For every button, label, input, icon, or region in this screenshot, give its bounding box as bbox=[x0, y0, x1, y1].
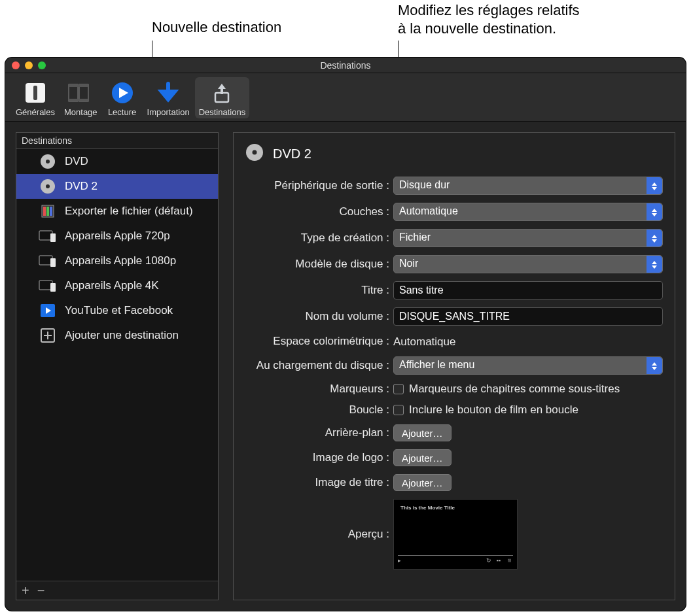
toolbar: Générales Montage Lecture Importation De… bbox=[5, 73, 686, 122]
svg-rect-4 bbox=[69, 84, 88, 87]
devices-icon bbox=[39, 229, 57, 243]
chevron-updown-icon bbox=[647, 177, 662, 194]
select-build-type[interactable]: Fichier bbox=[393, 229, 663, 247]
sidebar-item-apple-1080p[interactable]: Appareils Apple 1080p bbox=[16, 248, 218, 273]
chevron-updown-icon bbox=[647, 357, 662, 374]
titlebar: Destinations bbox=[5, 58, 686, 73]
preview-controls: ▸ ↻ ▪▪ ◾ bbox=[398, 556, 513, 565]
sidebar-item-label: YouTube et Facebook bbox=[65, 304, 173, 317]
sidebar-item-label: DVD bbox=[65, 155, 88, 168]
input-title[interactable] bbox=[393, 281, 663, 299]
preview-pause-icon: ▪▪ bbox=[497, 557, 501, 564]
tab-general[interactable]: Générales bbox=[12, 77, 59, 118]
checkbox-markers[interactable] bbox=[393, 384, 404, 394]
zoom-icon[interactable] bbox=[38, 61, 46, 69]
callout-left: Nouvelle destination bbox=[152, 18, 281, 37]
svg-rect-19 bbox=[50, 233, 56, 242]
preview-loop-icon: ↻ bbox=[486, 557, 491, 564]
select-layers[interactable]: Automatique bbox=[393, 203, 663, 221]
label-on-disc-load: Au chargement du disque : bbox=[245, 359, 393, 372]
preferences-window: Destinations Générales Montage Lecture bbox=[5, 58, 686, 611]
chevron-updown-icon bbox=[647, 230, 662, 247]
input-volume-name[interactable] bbox=[393, 307, 663, 326]
remove-button[interactable]: − bbox=[37, 584, 45, 597]
filmstrip-icon bbox=[67, 80, 94, 106]
label-logo-image: Image de logo : bbox=[245, 451, 393, 464]
checkbox-loop[interactable] bbox=[393, 405, 404, 415]
content-area: Destinations DVD DVD 2 bbox=[5, 122, 686, 611]
select-on-disc-load[interactable]: Afficher le menu bbox=[393, 356, 663, 375]
sidebar-item-label: Appareils Apple 720p bbox=[65, 230, 170, 243]
sidebar-item-export-file[interactable]: Exporter le fichier (défaut) bbox=[16, 199, 218, 224]
download-arrow-icon bbox=[155, 80, 181, 106]
tab-label: Destinations bbox=[199, 107, 246, 117]
sidebar-item-label: Exporter le fichier (défaut) bbox=[65, 205, 193, 218]
sidebar-item-dvd-2[interactable]: DVD 2 bbox=[16, 174, 218, 199]
destination-settings-panel: DVD 2 Périphérique de sortie : Disque du… bbox=[233, 132, 675, 600]
disc-icon bbox=[245, 143, 264, 165]
settings-title: DVD 2 bbox=[273, 146, 311, 162]
select-value: Noir bbox=[399, 258, 418, 269]
callout-right-line1: Modifiez les réglages relatifs bbox=[398, 1, 580, 20]
svg-point-28 bbox=[253, 150, 257, 155]
svg-rect-23 bbox=[50, 283, 56, 292]
sidebar-item-dvd[interactable]: DVD bbox=[16, 149, 218, 174]
select-value: Afficher le menu bbox=[399, 359, 474, 370]
svg-point-11 bbox=[46, 160, 50, 163]
button-add-title-image[interactable]: Ajouter… bbox=[393, 474, 452, 491]
label-loop: Boucle : bbox=[245, 403, 393, 417]
switch-icon bbox=[22, 80, 48, 106]
disc-icon bbox=[39, 179, 57, 194]
label-title-image: Image de titre : bbox=[245, 476, 393, 489]
sidebar-item-label: Appareils Apple 1080p bbox=[65, 254, 176, 267]
callout-right-line2: à la nouvelle destination. bbox=[398, 20, 556, 39]
destinations-sidebar: Destinations DVD DVD 2 bbox=[16, 132, 219, 600]
select-output-device[interactable]: Disque dur bbox=[393, 177, 663, 195]
label-background: Arrière-plan : bbox=[245, 426, 393, 439]
label-disc-template: Modèle de disque : bbox=[245, 258, 393, 271]
tab-label: Générales bbox=[16, 107, 55, 117]
play-icon bbox=[109, 80, 135, 106]
callouts: Nouvelle destination Modifiez les réglag… bbox=[0, 0, 691, 58]
plus-box-icon bbox=[39, 328, 57, 343]
sidebar-item-apple-720p[interactable]: Appareils Apple 720p bbox=[16, 224, 218, 248]
button-add-background[interactable]: Ajouter… bbox=[393, 424, 452, 441]
label-markers: Marqueurs : bbox=[245, 383, 393, 396]
sidebar-item-label: Appareils Apple 4K bbox=[65, 279, 159, 292]
select-disc-template[interactable]: Noir bbox=[393, 255, 663, 273]
svg-rect-9 bbox=[215, 93, 228, 102]
sidebar-item-add-destination[interactable]: Ajouter une destination bbox=[16, 323, 218, 348]
select-value: Disque dur bbox=[399, 179, 450, 190]
traffic-lights bbox=[12, 61, 46, 69]
tab-playback[interactable]: Lecture bbox=[103, 77, 142, 118]
preview-caption: This is the Movie Title bbox=[400, 505, 455, 511]
sidebar-header: Destinations bbox=[16, 133, 218, 149]
svg-point-13 bbox=[46, 184, 50, 188]
button-add-logo[interactable]: Ajouter… bbox=[393, 449, 452, 466]
minimize-icon[interactable] bbox=[25, 61, 33, 69]
label-output-device: Périphérique de sortie : bbox=[245, 179, 393, 192]
close-icon[interactable] bbox=[12, 61, 20, 69]
video-share-icon bbox=[39, 303, 57, 318]
chevron-updown-icon bbox=[647, 256, 662, 273]
tab-editing[interactable]: Montage bbox=[60, 77, 101, 118]
svg-rect-15 bbox=[43, 207, 46, 216]
sidebar-item-label: Ajouter une destination bbox=[65, 329, 179, 342]
settings-title-row: DVD 2 bbox=[245, 143, 663, 165]
checkbox-markers-label: Marqueurs de chapitres comme sous-titres bbox=[409, 383, 620, 396]
sidebar-item-apple-4k[interactable]: Appareils Apple 4K bbox=[16, 273, 218, 298]
sidebar-item-youtube-facebook[interactable]: YouTube et Facebook bbox=[16, 298, 218, 323]
preview-stop-icon: ◾ bbox=[506, 557, 513, 564]
preview-thumbnail: This is the Movie Title ▸ ↻ ▪▪ ◾ bbox=[393, 499, 518, 570]
select-value: Automatique bbox=[399, 205, 458, 216]
label-build-type: Type de création : bbox=[245, 231, 393, 245]
label-layers: Couches : bbox=[245, 205, 393, 218]
svg-rect-17 bbox=[50, 207, 52, 216]
select-value: Fichier bbox=[399, 231, 431, 243]
label-preview: Aperçu : bbox=[245, 528, 393, 541]
value-color-space: Automatique bbox=[393, 334, 663, 349]
tab-import[interactable]: Importation bbox=[143, 77, 194, 118]
tab-destinations[interactable]: Destinations bbox=[195, 77, 250, 118]
tab-label: Lecture bbox=[108, 107, 136, 117]
add-button[interactable]: + bbox=[22, 584, 29, 597]
